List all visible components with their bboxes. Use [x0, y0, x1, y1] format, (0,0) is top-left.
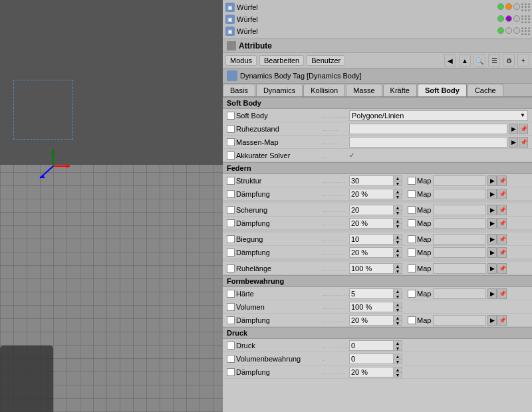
daempfung5-checkbox[interactable]	[227, 368, 235, 376]
pin-btn[interactable]: 📌	[497, 205, 507, 215]
arrow-btn[interactable]: ▶	[487, 315, 497, 326]
volumen-checkbox[interactable]	[227, 303, 235, 311]
daempfung3-checkbox[interactable]	[227, 249, 235, 257]
list-item[interactable]: ▣ Würfel	[223, 13, 532, 25]
map-input[interactable]	[433, 288, 486, 299]
pin-btn[interactable]: 📌	[519, 124, 528, 134]
pin-btn[interactable]: 📌	[497, 218, 507, 229]
map-input[interactable]	[433, 315, 486, 326]
druck-checkbox[interactable]	[227, 342, 235, 350]
akkurater-solver-checkbox[interactable]	[227, 152, 235, 159]
tab-kollision[interactable]: Kollision	[303, 84, 345, 96]
map-checkbox[interactable]	[408, 190, 416, 198]
arrow-btn[interactable]: ▶	[487, 218, 497, 229]
spin-down[interactable]: ▼	[394, 360, 402, 364]
arrow-btn[interactable]: ▶	[487, 288, 497, 299]
biegung-input[interactable]: 10	[349, 234, 393, 245]
spin-up[interactable]: ▲	[394, 289, 402, 294]
arrow-btn[interactable]: ▶	[487, 247, 497, 258]
daempfung1-checkbox[interactable]	[227, 190, 235, 198]
spin-up[interactable]: ▲	[394, 316, 402, 321]
spin-up[interactable]: ▲	[394, 219, 402, 224]
arrow-right-btn[interactable]: ▶	[509, 124, 518, 134]
pin-btn3[interactable]: 📌	[497, 175, 507, 186]
spin-down[interactable]: ▼	[394, 346, 402, 351]
daempfung5-input[interactable]: 20 %	[349, 367, 393, 377]
pin-btn[interactable]: 📌	[497, 288, 507, 299]
pin-btn[interactable]: 📌	[497, 247, 507, 258]
ruhezustand-checkbox[interactable]	[227, 125, 235, 133]
spin-up[interactable]: ▲	[394, 205, 402, 211]
map-input[interactable]	[433, 263, 486, 274]
spin-down[interactable]: ▼	[394, 224, 402, 229]
map-checkbox[interactable]	[408, 206, 416, 214]
spin-up[interactable]: ▲	[394, 354, 402, 360]
map-checkbox[interactable]	[408, 290, 416, 298]
list-item[interactable]: ▣ Würfel	[223, 1, 532, 13]
map-input[interactable]	[433, 247, 486, 258]
spin-up[interactable]: ▲	[394, 176, 402, 181]
modus-button[interactable]: Modus	[225, 55, 257, 66]
struktur-input[interactable]: 30	[349, 175, 393, 186]
soft-body-dropdown[interactable]: Polygone/Linien ▼	[349, 110, 528, 121]
struktur-checkbox[interactable]	[227, 177, 235, 185]
benutzer-button[interactable]: Benutzer	[307, 55, 345, 66]
spin-down[interactable]: ▼	[394, 308, 402, 312]
spin-down[interactable]: ▼	[394, 240, 402, 245]
ruhelaenge-input[interactable]: 100 %	[349, 263, 393, 274]
spin-down[interactable]: ▼	[394, 373, 402, 377]
spin-up[interactable]: ▲	[394, 302, 402, 308]
tab-dynamics[interactable]: Dynamics	[256, 84, 303, 96]
spin-down[interactable]: ▼	[394, 294, 402, 299]
spin-down[interactable]: ▼	[394, 321, 402, 326]
arrow-right-btn2[interactable]: ▶	[509, 137, 518, 148]
spin-up[interactable]: ▲	[394, 248, 402, 253]
bookmark-icon[interactable]: ☰	[488, 54, 500, 66]
map-input[interactable]	[433, 218, 486, 229]
pin-btn2[interactable]: 📌	[519, 137, 528, 148]
content-area[interactable]: Soft Body Soft Body ............ Polygon…	[223, 97, 532, 412]
arrow-btn[interactable]: ▶	[487, 189, 497, 199]
map-input[interactable]	[433, 205, 486, 215]
back-icon[interactable]: ◀	[444, 54, 456, 66]
bearbeiten-button[interactable]: Bearbeiten	[259, 55, 304, 66]
spin-up[interactable]: ▲	[394, 189, 402, 195]
settings-icon[interactable]: ⚙	[503, 54, 515, 66]
daempfung2-checkbox[interactable]	[227, 219, 235, 227]
map-checkbox[interactable]	[408, 177, 416, 185]
daempfung3-input[interactable]: 20 %	[349, 247, 393, 258]
soft-body-checkbox[interactable]	[227, 112, 235, 120]
map-checkbox[interactable]	[408, 235, 416, 243]
list-item[interactable]: ▣ Würfel	[223, 25, 532, 37]
daempfung4-input[interactable]: 20 %	[349, 315, 393, 326]
search-icon[interactable]: 🔍	[473, 54, 485, 66]
haerte-input[interactable]: 5	[349, 288, 393, 299]
volumenbewahrung-checkbox[interactable]	[227, 355, 235, 363]
tab-basis[interactable]: Basis	[223, 84, 255, 96]
pin-btn[interactable]: 📌	[497, 263, 507, 274]
spin-down[interactable]: ▼	[394, 181, 402, 186]
arrow-btn[interactable]: ▶	[487, 175, 497, 186]
tab-cache[interactable]: Cache	[467, 84, 503, 96]
tab-kraefte[interactable]: Kräfte	[383, 84, 417, 96]
massen-map-checkbox[interactable]	[227, 138, 235, 146]
ruhezustand-input[interactable]	[349, 124, 507, 134]
tab-softbody[interactable]: Soft Body	[418, 84, 467, 96]
pin-btn[interactable]: 📌	[497, 315, 507, 326]
map-input[interactable]	[433, 234, 486, 245]
biegung-checkbox[interactable]	[227, 235, 235, 243]
map-checkbox[interactable]	[408, 316, 416, 324]
ruhelaenge-checkbox[interactable]	[227, 264, 235, 272]
spin-up[interactable]: ▲	[394, 367, 402, 373]
arrow-btn[interactable]: ▶	[487, 234, 497, 245]
spin-down[interactable]: ▼	[394, 195, 402, 199]
arrow-btn[interactable]: ▶	[487, 205, 497, 215]
map-checkbox[interactable]	[408, 219, 416, 227]
volumenbewahrung-input[interactable]: 0	[349, 354, 393, 364]
tab-masse[interactable]: Masse	[346, 84, 382, 96]
haerte-checkbox[interactable]	[227, 290, 235, 298]
pin-btn[interactable]: 📌	[497, 234, 507, 245]
massen-map-input[interactable]	[349, 137, 507, 148]
map-input[interactable]	[433, 189, 486, 199]
scherung-checkbox[interactable]	[227, 206, 235, 214]
